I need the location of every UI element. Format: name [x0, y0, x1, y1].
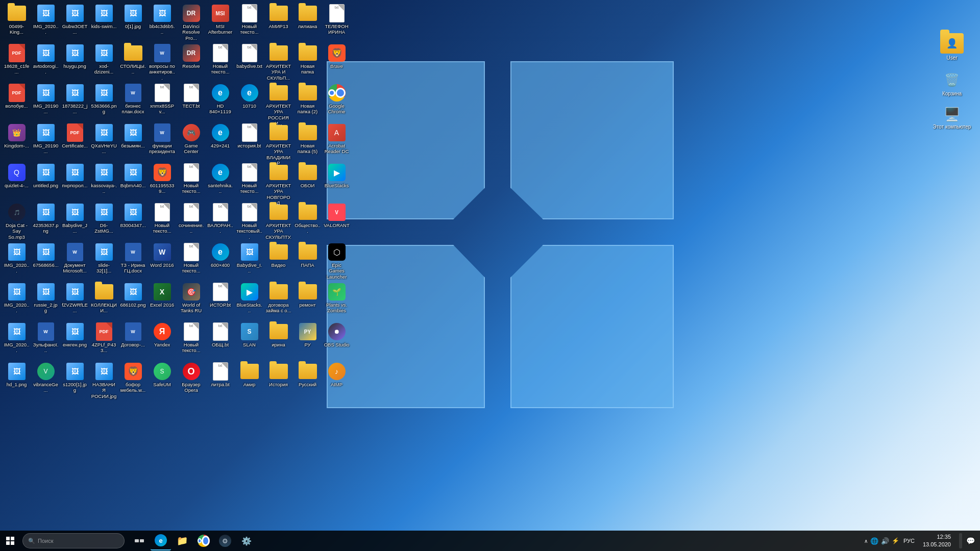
desktop-icon-img_202001[interactable]: 🖼 IMG_2020... [3, 281, 31, 315]
desktop-icon-epic-games-launcher[interactable]: ⬡ Epic Games Launcher [323, 241, 351, 281]
desktop-icon-safeum[interactable]: S SafeUM [148, 361, 176, 389]
desktop-icon-18738222[interactable]: 🖼 18738222_j... [61, 82, 89, 116]
desktop-icon-амир[interactable]: Амир [235, 361, 263, 389]
taskbar-settings[interactable]: ⚙️ [236, 531, 257, 550]
desktop-icon-huygu.png[interactable]: 🖼 huygu.png [61, 42, 89, 70]
taskbar-search[interactable]: 🔍 Поиск [22, 533, 125, 548]
desktop-icon-obs-studio[interactable]: ⏺ OBS Studio [323, 321, 351, 349]
desktop-icon-документ-microsoft[interactable]: W Документ Microsoft... [61, 241, 89, 276]
desktop-icon-67568656[interactable]: 🖼 67568656... [32, 241, 60, 269]
tray-expand[interactable]: ∧ [864, 538, 868, 544]
desktop-icon-новый-тексто6[interactable]: txt Новый тексто... [177, 241, 205, 276]
desktop-icon-волоб[interactable]: PDF волобуе... [3, 82, 31, 110]
desktop-icon-quizlet-4[interactable]: Q quizlet-4-... [3, 162, 31, 190]
start-button[interactable] [0, 531, 20, 551]
desktop-icon-img_20200[interactable]: 🖼 IMG_2020... [3, 241, 31, 276]
desktop-icon-babydive_j[interactable]: 🖼 Babydive_J... [61, 202, 89, 236]
desktop-icon-новая-папка-2[interactable]: Новая папка (2) [293, 82, 322, 116]
desktop-icon-bb4c3d6b5[interactable]: 🖼 bb4c3d6b5... [148, 3, 176, 37]
desktop-icon-тест.bt[interactable]: txt ТЕСТ.bt [177, 82, 205, 110]
desktop-icon-acrobat-reader-dc[interactable]: A Acrobat Reader DC [323, 122, 351, 156]
desktop-icon-договор-docx[interactable]: W Договор-... [119, 321, 147, 349]
desktop-icon-безымян[interactable]: 🖼 безымян... [119, 122, 147, 150]
desktop-icon-brave[interactable]: 🦁 Brave [323, 42, 351, 70]
desktop-icon-папа[interactable]: ПАПА [293, 241, 322, 269]
desktop-icon-браузер-opera[interactable]: O Браузер Opera [177, 361, 205, 395]
desktop-icon-0[1].jpg[interactable]: 🖼 0[1].jpg [119, 3, 147, 31]
desktop-icon-img_20190[interactable]: 🖼 IMG_20190... [32, 82, 60, 116]
desktop-icon-ирина[interactable]: ирина [264, 321, 292, 349]
desktop-icon-ремонт[interactable]: ремонт [293, 281, 322, 309]
desktop-icon-видео[interactable]: Видео [264, 241, 292, 269]
desktop-icon-google-chrome[interactable]: Google Chrome [323, 82, 351, 116]
desktop-icon-архитектура-и-скульп[interactable]: АРХИТЕКТУРА И СКУЛЬП... [264, 42, 292, 82]
desktop-icon-названия-росии.jpg[interactable]: 🖼 НАЗВАНИЯ РОСИИ.jpg [90, 361, 118, 400]
taskbar-steam[interactable]: ⚙ [215, 531, 235, 550]
desktop-icon-новый-тексто4[interactable]: txt Новый тексто... [235, 162, 263, 196]
desktop-icon-kids-swim[interactable]: 🖼 kids-swim... [90, 3, 118, 31]
desktop-icon-valorant[interactable]: V VALORANT [323, 202, 351, 230]
tray-volume[interactable]: 🔊 [881, 537, 889, 545]
taskview-button[interactable] [129, 531, 150, 550]
desktop-icon-пнрпорол[interactable]: 🖼 пнрпорол... [61, 162, 89, 190]
desktop-icon-hd-840x1119[interactable]: e HD 840×1119 [206, 82, 234, 116]
desktop-icon-бофор-мебельw[interactable]: 🦁 бофор мебель.w... [119, 361, 147, 395]
notification-icon[interactable]: 💬 [966, 537, 975, 545]
clock[interactable]: 12:35 13.05.2020 [919, 533, 955, 549]
desktop-icon-s1200[1].jpg[interactable]: 🖼 s1200[1].jpg [61, 361, 89, 395]
desktop-icon-slan[interactable]: S SLAN [235, 321, 263, 349]
desktop-icon-00499-king[interactable]: 00499-King... [3, 3, 31, 37]
desktop-icon-untitled.png[interactable]: 🖼 untitled.png [32, 162, 60, 190]
desktop-icon-davinci-resolve-pro[interactable]: DR DaVinci Resolve Pro... [177, 3, 205, 42]
desktop-icon-word-2016[interactable]: W Word 2016 [148, 241, 176, 269]
desktop-icon-архитектура-россия-и[interactable]: АРХИТЕКТУРА РОССИЯ И... [264, 82, 292, 128]
desktop-icon-429x241[interactable]: e 429×241 [206, 122, 234, 150]
desktop-icon-bluestacks2[interactable]: ▶ BlueStacks... [235, 281, 263, 315]
desktop-icon-обои[interactable]: ОБОИ [293, 162, 322, 190]
desktop-icon-kassovaya[interactable]: 🖼 kassovaya-... [90, 162, 118, 196]
taskbar-explorer[interactable]: 📁 [172, 531, 192, 550]
desktop-icon-коллекции[interactable]: КОЛЛЕКЦИИ... [90, 281, 118, 315]
desktop-icon-msi-afterburner[interactable]: MSI MSI Afterburner [206, 3, 234, 37]
desktop-icon-сочинение[interactable]: txt сочинение... [177, 202, 205, 236]
this-computer-icon[interactable]: 🖥️ Этот компьютер [929, 104, 975, 132]
desktop-icon-литра.bt[interactable]: txt литра.bt [206, 361, 234, 389]
desktop-icon-600x400[interactable]: e 600×400 [206, 241, 234, 269]
desktop-icon-10710[interactable]: e 10710 [235, 82, 263, 110]
show-desktop-button[interactable] [959, 533, 962, 548]
desktop-icon-fzvzwrfle[interactable]: 🖼 fZVZWRfLE... [61, 281, 89, 315]
desktop-icon-img_201902[interactable]: 🖼 IMG_20190... [32, 122, 60, 156]
desktop-icon-d6-zstmg[interactable]: 🖼 D6-ZstMG... [90, 202, 118, 236]
desktop-icon-договора-займа-с-о[interactable]: договора займа с о... [264, 281, 292, 315]
desktop-icon-83004347[interactable]: 🖼 83004347... [119, 202, 147, 230]
desktop-icon-общ.bt[interactable]: txt ОБЩ.bt [206, 321, 234, 349]
desktop-icon-телефон-ирина[interactable]: txt ТЕЛЕФОН ИРИНА [323, 3, 351, 37]
desktop-icon-общество[interactable]: Общество... [293, 202, 322, 236]
desktop-icon-ру[interactable]: PY РУ [293, 321, 322, 349]
desktop-icon-архитектура-владимир[interactable]: АРХИТЕКТУРА ВЛАДИМИР [264, 122, 292, 168]
desktop-icon-slide-32[1][interactable]: 🖼 slide-32[1]... [90, 241, 118, 276]
desktop-icon-валоран[interactable]: txt ВАЛОРАН... [206, 202, 234, 236]
desktop-icon-certificate[interactable]: PDF Certificate... [61, 122, 89, 150]
desktop-icon-лилиана[interactable]: лилиана [293, 3, 322, 31]
desktop-icon-новая-папка[interactable]: Новая папка [293, 42, 322, 77]
desktop-icon-бизнес-план.docx[interactable]: W бизнес план.docx [119, 82, 147, 116]
desktop-icon-6011955339[interactable]: 🦁 6011955339... [148, 162, 176, 196]
desktop-icon-babydive.txt[interactable]: txt babydive.txt [235, 42, 263, 70]
desktop-icon-xnmx8sspv[interactable]: txt xnmx8SSPv... [148, 82, 176, 116]
desktop-icon-vibrancege[interactable]: V vibranceGe... [32, 361, 60, 395]
desktop-icon-gubw3oet[interactable]: 🖼 Gubw3OET... [61, 3, 89, 37]
desktop-icon-столицы[interactable]: СТОЛИЦЫ... [119, 42, 147, 77]
desktop-icon-история.bt[interactable]: txt история.bt [235, 122, 263, 150]
desktop-icon-img_202002[interactable]: 🖼 IMG_2020... [3, 321, 31, 355]
desktop-icon-santehnika[interactable]: e santehnika... [206, 162, 234, 196]
desktop-icon-истор.bt[interactable]: txt ИСТОР.bt [206, 281, 234, 309]
desktop-icon-новый-текстовый[interactable]: txt Новый текстовый... [235, 202, 263, 241]
desktop-icon-qxavheyu[interactable]: 🖼 QXaVHeYU... [90, 122, 118, 156]
desktop-icon-game-center[interactable]: 🎮 Game Center [177, 122, 205, 156]
desktop-icon-kingdom[interactable]: 👑 Kingdom-... [3, 122, 31, 150]
taskbar-chrome[interactable] [193, 531, 214, 550]
desktop-icon-xod-dzizeni[interactable]: 🖼 xod-dzizeni... [90, 42, 118, 77]
desktop-icon-img_2020[interactable]: 🖼 IMG_2020... [32, 3, 60, 37]
desktop-icon-18628_c1fe[interactable]: PDF 18628_c1fe... [3, 42, 31, 77]
